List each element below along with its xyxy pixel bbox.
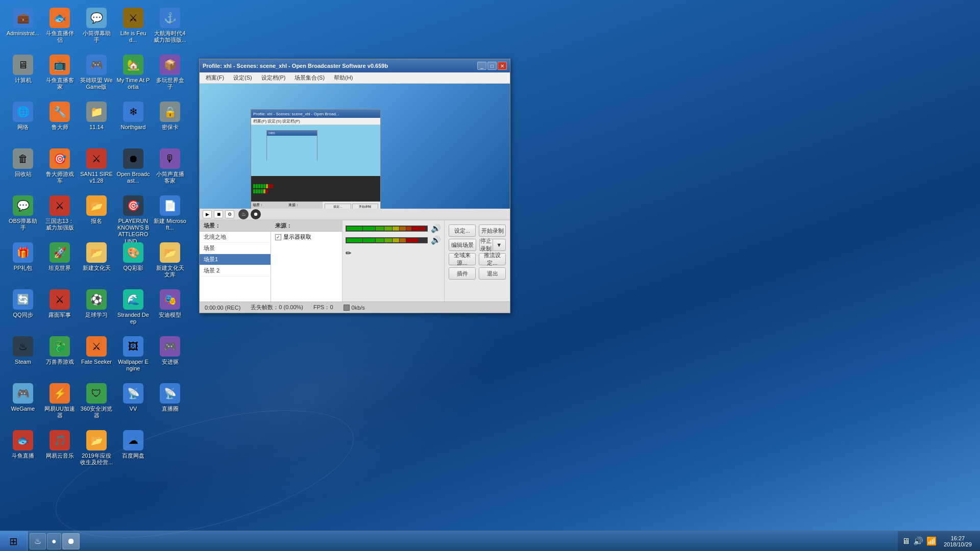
obs-exit-button[interactable]: 退出 xyxy=(479,267,506,280)
obs-record-icon[interactable]: ⏺ xyxy=(251,209,261,219)
desktop-icon-network[interactable]: 🌐 网络 xyxy=(5,99,41,145)
obs-minimize-button[interactable]: _ xyxy=(477,62,486,70)
obs-close-button[interactable]: ✕ xyxy=(498,62,507,70)
desktop-icon-dahanghao[interactable]: ⚓ 大航海时代4 威力加强版... xyxy=(152,5,188,51)
obs-stream-icon[interactable]: ♨ xyxy=(238,209,249,219)
obs-all-sources-button[interactable]: 全域来源... xyxy=(449,253,476,265)
desktop-icon-portia[interactable]: 🏡 My Time At Portia xyxy=(115,52,151,98)
obs-tool-1[interactable]: ▶ xyxy=(203,210,212,218)
desktop-icon-fateseeker[interactable]: ⚔ Fate Seeker xyxy=(79,334,114,380)
obs-source-label-1: 显示器获取 xyxy=(283,233,311,241)
tray-network-icon[interactable]: 📶 xyxy=(926,536,937,546)
obs-statusbar: 0:00:00 (REC) 丢失帧数：0 (0.00%) FPS：0 0kb/s xyxy=(200,302,510,313)
tray-monitor-icon[interactable]: 🖥 xyxy=(902,537,910,546)
desktop-icon-northgard[interactable]: ❄ Northgard xyxy=(115,99,151,145)
desktop-icon-recyclebin[interactable]: 🗑 回收站 xyxy=(5,146,41,192)
obs-stop-streaming-button[interactable]: 停止录制 xyxy=(479,239,493,251)
obs-source-checkbox-1[interactable] xyxy=(275,234,281,240)
obs-volume-icon-1[interactable]: 🔊 xyxy=(431,223,441,233)
desktop-icon-pubg[interactable]: 🎯 PLAYERUNKNOWN'S BATTLEGROUND... xyxy=(115,193,151,239)
obs-scene-beijiang[interactable]: 北境之地 xyxy=(200,232,271,243)
desktop-icon-steam[interactable]: ♨ Steam xyxy=(5,334,41,380)
taskbar-item-obs[interactable]: ⏺ xyxy=(62,533,80,549)
obs-volume-icon-2[interactable]: 🔊 xyxy=(431,235,441,245)
desktop-icon-douyu-broadcaster[interactable]: 📺 斗鱼直播客家 xyxy=(42,52,78,98)
uuyoupee-label: 网易UU加速器 xyxy=(43,406,77,419)
obs-edit-audio-icon[interactable]: ✏ xyxy=(346,249,352,257)
desktop-icon-wegame[interactable]: 🎮 WeGame xyxy=(5,381,41,427)
desktop-icon-lumian[interactable]: ⚔ 露面军事 xyxy=(42,287,78,333)
obs-menu-file[interactable]: 档案(F) xyxy=(202,73,228,83)
desktop-icon-baoming[interactable]: 📂 报名 xyxy=(79,193,114,239)
recyclebin-icon: 🗑 xyxy=(13,148,33,169)
obs-scene-changjing2[interactable]: 场景 2 xyxy=(200,265,271,277)
taskbar-item-steam[interactable]: ♨ xyxy=(30,533,46,549)
desktop-icon-ludashi[interactable]: 🔧 鲁大师 xyxy=(42,99,78,145)
tank-label: 坦克世界 xyxy=(48,265,71,271)
desktop-icon-baidupan[interactable]: ☁ 百度网盘 xyxy=(115,428,151,473)
obs-scene-changjing[interactable]: 场景 xyxy=(200,243,271,254)
obs-ctrl-row-1: 设定... 开始录制 xyxy=(449,224,506,237)
desktop-icon-xin-wenhua2[interactable]: 📂 新建文化天文库 xyxy=(152,240,188,286)
desktop-icon-qqcai[interactable]: 🎨 QQ彩影 xyxy=(115,240,151,286)
obs-menu-help[interactable]: 帮助(H) xyxy=(330,73,357,83)
administrator-icon: 💼 xyxy=(13,8,33,28)
desktop-icon-wallpaper[interactable]: 🖼 Wallpaper Engine xyxy=(115,334,151,380)
desktop-icon-adventure[interactable]: 🎭 安迪模型 xyxy=(152,287,188,333)
obs-menu-profile[interactable]: 设定档(P) xyxy=(257,73,290,83)
taskbar-clock[interactable]: 16:27 2018/10/29 xyxy=(940,535,976,547)
desktop-icon-administrator[interactable]: 💼 Administrat... xyxy=(5,5,41,51)
obs-edit-scene-button[interactable]: 编辑场景 xyxy=(449,239,476,251)
desktop-icon-obs[interactable]: ⏺ Open Broadcast... xyxy=(115,146,151,192)
desktop-icon-stranded[interactable]: 🌊 Stranded Deep xyxy=(115,287,151,333)
baoming-label: 报名 xyxy=(91,218,102,224)
desktop-icon-wanshou[interactable]: 🐉 万兽养游戏 xyxy=(42,334,78,380)
obs-plugins-button[interactable]: 插件 xyxy=(449,267,476,280)
obs-scene-changjing1[interactable]: 场景1 xyxy=(200,254,271,265)
desktop-icon-obsbang[interactable]: 💬 OBS弹幕助手 xyxy=(5,193,41,239)
obs-bottom-panel: 场景： 北境之地 场景 场景1 场景 2 来源： 显示器获取 xyxy=(200,220,510,302)
obs-settings-button[interactable]: 设定... xyxy=(449,224,476,237)
san11-icon: ⚔ xyxy=(86,148,107,169)
taskbar-item-obs-circle[interactable]: ● xyxy=(47,533,61,549)
start-button[interactable]: ⊞ xyxy=(0,531,28,552)
desktop-icon-ludashi-game[interactable]: 🎯 鲁大师游戏车 xyxy=(42,146,78,192)
desktop-icon-wenhua[interactable]: 📂 新建文化天 xyxy=(79,240,114,286)
desktop-icon-bullet[interactable]: 💬 小筒弹幕助手 xyxy=(79,5,114,51)
desktop-icon-vv[interactable]: 📡 VV xyxy=(115,381,151,427)
desktop-icon-ppgame[interactable]: 🎁 PP礼包 xyxy=(5,240,41,286)
desktop-icon-xiao-broadcast[interactable]: 🎙 小筒声直播客家 xyxy=(152,146,188,192)
obs-tool-3[interactable]: ⚙ xyxy=(225,210,234,218)
obs-source-row-1[interactable]: 显示器获取 xyxy=(271,232,342,242)
desktop-icon-douyu[interactable]: 🐟 斗鱼直播伴侣 xyxy=(42,5,78,51)
obs-menu-scenecollection[interactable]: 场景集合(S) xyxy=(290,73,329,83)
desktop-icon-tank[interactable]: 🚀 坦克世界 xyxy=(42,240,78,286)
obs-start-recording-button[interactable]: 开始录制 xyxy=(479,224,506,237)
desktop-icon-lol[interactable]: 🎮 英雄联盟 WeGame版 xyxy=(79,52,114,98)
desktop-icon-aojin[interactable]: 🎮 安进驱 xyxy=(152,334,188,380)
obs-menu-settings[interactable]: 设定(S) xyxy=(229,73,256,83)
desktop-icon-zuqiu[interactable]: ⚽ 足球学习 xyxy=(79,287,114,333)
obs-maximize-button[interactable]: □ xyxy=(487,62,497,70)
desktop-icon-duowan[interactable]: 📦 多玩世界盒子 xyxy=(152,52,188,98)
tray-volume-icon[interactable]: 🔊 xyxy=(913,536,923,546)
desktop-icon-qqsync[interactable]: 🔄 QQ同步 xyxy=(5,287,41,333)
obs-stream-settings-button[interactable]: 推流设定... xyxy=(479,253,506,265)
desktop-icon-2019regs[interactable]: 📂 2019年应役收生及经营... xyxy=(79,428,114,473)
desktop-icon-xin-ms[interactable]: 📄 新建 Microsoft... xyxy=(152,193,188,239)
obs-titlebar[interactable]: Profile: xhl - Scenes: scene_xhl - Open … xyxy=(200,59,510,72)
desktop-icon-360[interactable]: 🛡 360安全浏览器 xyxy=(79,381,114,427)
desktop-icon-computer[interactable]: 🖥 计算机 xyxy=(5,52,41,98)
desktop-icon-life-feudal[interactable]: ⚔ Life is Feud... xyxy=(115,5,151,51)
desktop-icon-sanguo13[interactable]: ⚔ 三国志13：威力加强版 xyxy=(42,193,78,239)
obs-stop-streaming-dropdown[interactable]: ▼ xyxy=(493,239,506,251)
obs-status-bitrate: 0kb/s xyxy=(344,305,365,311)
obs-tool-2[interactable]: ⏹ xyxy=(214,210,223,218)
desktop-icon-1114[interactable]: 📁 11.14 xyxy=(79,99,114,145)
desktop-icon-secretsafe[interactable]: 🔒 密保卡 xyxy=(152,99,188,145)
desktop-icon-directconnect[interactable]: 📡 直播圈 xyxy=(152,381,188,427)
desktop-icon-netease-music[interactable]: 🎵 网易云音乐 xyxy=(42,428,78,473)
desktop-icon-douyulive[interactable]: 🐟 斗鱼直播 xyxy=(5,428,41,473)
desktop-icon-san11[interactable]: ⚔ SAN11 SIRE v1.28 xyxy=(79,146,114,192)
desktop-icon-uuyoupee[interactable]: ⚡ 网易UU加速器 xyxy=(42,381,78,427)
